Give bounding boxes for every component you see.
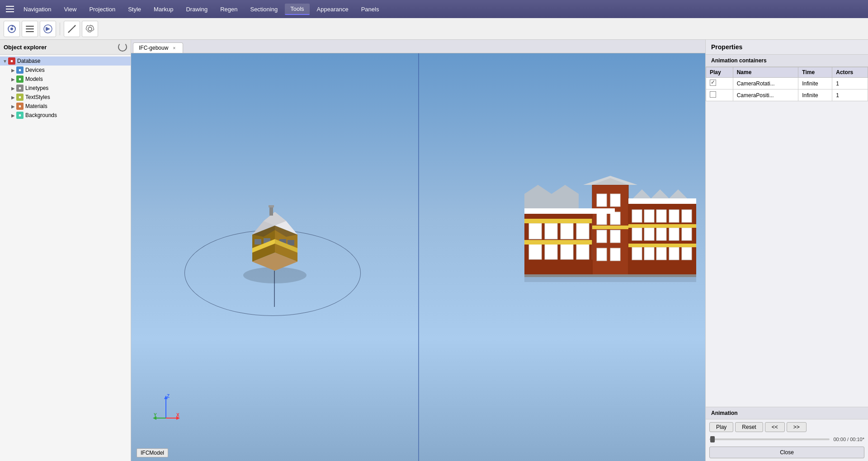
svg-rect-4 <box>26 28 34 29</box>
coordinate-axes: Z X Y <box>151 393 181 423</box>
menubar: Navigation View Projection Style Markup … <box>0 0 868 18</box>
tree-item-database[interactable]: ▼ ■ Database <box>0 56 131 66</box>
object-tree: ▼ ■ Database ▶ ■ Devices ▶ ■ Models ▶ ■ … <box>0 55 131 461</box>
anim-row-2-play[interactable] <box>706 89 733 101</box>
animation-time: 00:00 / 00:10* <box>833 437 864 442</box>
menu-projection[interactable]: Projection <box>84 4 121 14</box>
icon-textstyles: ■ <box>16 94 24 101</box>
svg-rect-37 <box>529 223 542 239</box>
play-button[interactable]: Play <box>709 422 733 432</box>
svg-rect-76 <box>628 244 696 247</box>
menu-view[interactable]: View <box>58 4 82 14</box>
animation-slider-track[interactable] <box>709 438 830 440</box>
svg-rect-62 <box>656 210 666 222</box>
refresh-button[interactable] <box>118 42 127 52</box>
svg-marker-45 <box>552 185 579 212</box>
menu-style[interactable]: Style <box>123 4 146 14</box>
icon-materials: ■ <box>16 103 24 110</box>
tab-ifc-gebouw[interactable]: IFC-gebouw × <box>133 42 183 53</box>
menu-panels[interactable]: Panels <box>356 4 385 14</box>
settings-tool-button[interactable] <box>82 21 98 37</box>
svg-rect-50 <box>597 212 607 225</box>
svg-line-10 <box>68 31 70 33</box>
col-name: Name <box>733 67 798 78</box>
menu-regen[interactable]: Regen <box>215 4 243 14</box>
measure-tool-button[interactable] <box>64 21 80 37</box>
tree-item-models[interactable]: ▶ ■ Models <box>0 75 131 84</box>
animation-containers-header: Animation containers <box>706 55 868 67</box>
svg-rect-60 <box>632 210 642 222</box>
expand-textstyles[interactable]: ▶ <box>10 95 16 100</box>
svg-rect-65 <box>632 228 642 240</box>
svg-rect-38 <box>545 223 557 239</box>
svg-rect-32 <box>529 244 542 259</box>
object-explorer-panel: Object explorer ▼ ■ Database ▶ ■ Devices… <box>0 40 131 461</box>
animation-controls: Animation Play Reset << >> 00:00 / 00:10… <box>706 407 868 461</box>
tree-item-materials[interactable]: ▶ ■ Materials <box>0 102 131 111</box>
viewport-model-label[interactable]: IFCModel <box>137 448 168 457</box>
anim-row-2-time: Infinite <box>798 89 832 101</box>
menu-markup[interactable]: Markup <box>148 4 179 14</box>
play-checkbox-1[interactable] <box>710 80 716 86</box>
rotate-tool-button[interactable] <box>4 21 20 37</box>
svg-rect-33 <box>545 244 557 259</box>
animation-slider-thumb[interactable] <box>710 436 715 442</box>
anim-row-2-name: CameraPositi... <box>733 89 798 101</box>
menu-drawing[interactable]: Drawing <box>180 4 213 14</box>
close-button[interactable]: Close <box>709 447 864 458</box>
svg-rect-75 <box>628 224 696 228</box>
expand-models[interactable]: ▶ <box>10 77 16 82</box>
svg-rect-51 <box>610 212 620 225</box>
expand-materials[interactable]: ▶ <box>10 104 16 109</box>
main-layout: Object explorer ▼ ■ Database ▶ ■ Devices… <box>0 40 868 461</box>
menu-appearance[interactable]: Appearance <box>311 4 354 14</box>
svg-rect-81 <box>524 208 615 214</box>
play-tool-button[interactable] <box>40 21 56 37</box>
svg-rect-29 <box>269 205 274 207</box>
animation-section-header: Animation <box>706 407 868 419</box>
svg-rect-67 <box>656 228 666 240</box>
menu-navigation[interactable]: Navigation <box>18 4 57 14</box>
svg-rect-72 <box>656 247 666 260</box>
svg-rect-48 <box>597 194 607 207</box>
tree-item-textstyles[interactable]: ▶ ■ TextStyles <box>0 93 131 102</box>
animation-containers-section: Animation containers Play Name Time Acto… <box>706 55 868 101</box>
svg-rect-82 <box>524 274 696 277</box>
anim-row-1-play[interactable] <box>706 78 733 89</box>
menu-sectioning[interactable]: Sectioning <box>245 4 283 14</box>
svg-rect-28 <box>269 207 273 216</box>
list-tool-button[interactable] <box>22 21 38 37</box>
svg-text:Z: Z <box>167 394 170 399</box>
expand-devices[interactable]: ▶ <box>10 68 16 73</box>
svg-rect-63 <box>669 210 679 222</box>
hamburger-menu[interactable] <box>4 3 16 15</box>
reset-button[interactable]: Reset <box>735 422 763 432</box>
anim-row-2-actors: 1 <box>832 89 868 101</box>
next-button[interactable]: >> <box>787 422 807 432</box>
tree-item-backgrounds[interactable]: ▶ ■ Backgrounds <box>0 111 131 120</box>
svg-marker-44 <box>524 185 552 212</box>
svg-rect-40 <box>576 223 589 239</box>
play-checkbox-2[interactable] <box>710 91 716 98</box>
svg-rect-49 <box>610 194 620 207</box>
anim-row-1-actors: 1 <box>832 78 868 89</box>
menu-tools[interactable]: Tools <box>285 4 309 15</box>
3d-viewport[interactable]: Z X Y IFCModel <box>131 53 705 461</box>
expand-database[interactable]: ▼ <box>2 59 8 64</box>
icon-devices: ■ <box>16 66 24 74</box>
anim-row-1-name: CameraRotati... <box>733 78 798 89</box>
animation-buttons-row: Play Reset << >> <box>706 419 868 435</box>
icon-linetypes: ■ <box>16 85 24 92</box>
prev-button[interactable]: << <box>765 422 785 432</box>
properties-panel: Properties Animation containers Play Nam… <box>705 40 868 461</box>
svg-rect-55 <box>610 248 620 261</box>
tree-item-linetypes[interactable]: ▶ ■ Linetypes <box>0 84 131 93</box>
tab-close-button[interactable]: × <box>171 45 177 51</box>
svg-line-12 <box>70 30 71 31</box>
icon-backgrounds: ■ <box>16 112 24 119</box>
tree-item-devices[interactable]: ▶ ■ Devices <box>0 66 131 75</box>
svg-rect-61 <box>644 210 654 222</box>
expand-backgrounds[interactable]: ▶ <box>10 113 16 118</box>
svg-rect-52 <box>597 230 607 243</box>
expand-linetypes[interactable]: ▶ <box>10 86 16 91</box>
